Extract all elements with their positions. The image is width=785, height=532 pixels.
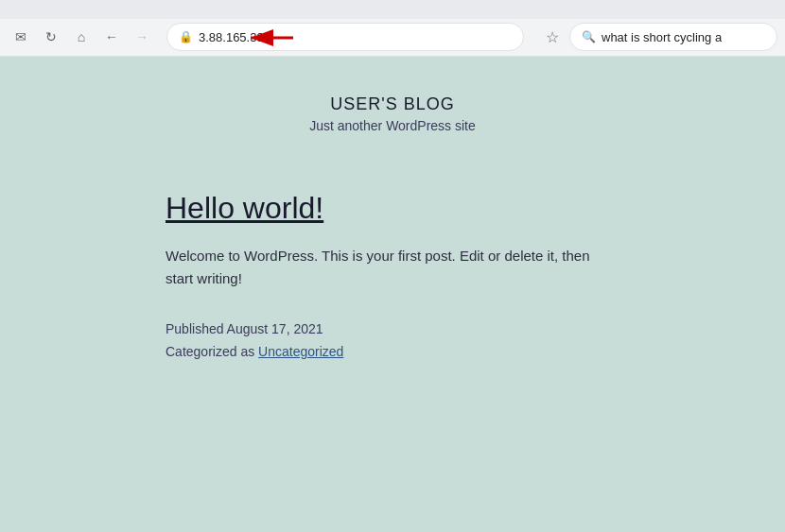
search-text: what is short cycling a bbox=[602, 30, 722, 44]
categorized-label: Categorized as bbox=[166, 344, 258, 359]
post-category: Categorized as Uncategorized bbox=[166, 341, 619, 364]
category-link[interactable]: Uncategorized bbox=[258, 344, 343, 359]
forward-icon: → bbox=[135, 29, 148, 44]
refresh-icon: ↻ bbox=[45, 29, 57, 44]
back-button[interactable]: ← bbox=[98, 24, 125, 50]
post-title: Hello world! bbox=[166, 190, 619, 226]
post-content: Welcome to WordPress. This is your first… bbox=[166, 245, 619, 290]
toolbar: ✉ ↻ ⌂ ← → 🔒 3.88.165.33 ☆ bbox=[0, 19, 785, 56]
site-tagline: Just another WordPress site bbox=[309, 118, 476, 133]
home-button[interactable]: ⌂ bbox=[68, 24, 95, 50]
site-title: USER'S BLOG bbox=[309, 94, 476, 114]
red-arrow-annotation bbox=[241, 26, 298, 49]
refresh-button[interactable]: ↻ bbox=[38, 24, 64, 50]
search-icon: 🔍 bbox=[582, 30, 596, 43]
browser-chrome: ✉ ↻ ⌂ ← → 🔒 3.88.165.33 ☆ bbox=[0, 0, 785, 57]
address-bar[interactable]: 🔒 3.88.165.33 bbox=[166, 23, 524, 51]
mail-icon: ✉ bbox=[15, 29, 26, 44]
home-icon: ⌂ bbox=[78, 29, 85, 44]
post-meta: Published August 17, 2021 Categorized as… bbox=[166, 318, 619, 364]
bookmark-button[interactable]: ☆ bbox=[539, 24, 566, 50]
post-container: Hello world! Welcome to WordPress. This … bbox=[166, 190, 619, 364]
content-area: USER'S BLOG Just another WordPress site … bbox=[0, 57, 785, 532]
site-header: USER'S BLOG Just another WordPress site bbox=[309, 94, 476, 133]
tab-bar bbox=[0, 0, 785, 19]
security-icon: 🔒 bbox=[179, 30, 193, 43]
mail-button[interactable]: ✉ bbox=[8, 24, 34, 50]
post-published: Published August 17, 2021 bbox=[166, 318, 619, 341]
star-icon: ☆ bbox=[546, 28, 559, 46]
search-bar[interactable]: 🔍 what is short cycling a bbox=[569, 23, 777, 51]
back-icon: ← bbox=[105, 29, 118, 44]
forward-button[interactable]: → bbox=[129, 24, 155, 50]
